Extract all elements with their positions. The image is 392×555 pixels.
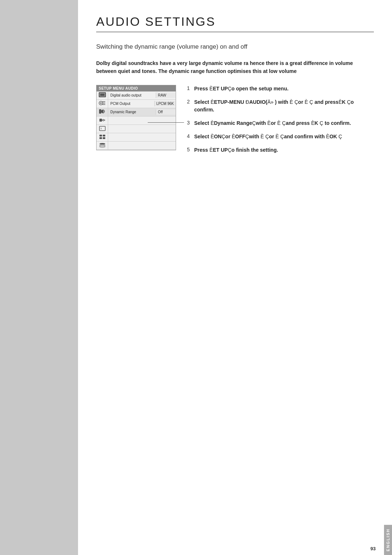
page-number: 93 bbox=[371, 546, 376, 551]
menu-icon-cell-subtitle: 1 bbox=[97, 125, 108, 133]
step-number-1: 1 bbox=[187, 85, 194, 91]
svg-point-19 bbox=[99, 143, 105, 144]
menu-row-settings bbox=[97, 117, 176, 125]
svg-marker-9 bbox=[101, 109, 103, 114]
menu-row-pcm: PCM Output LPCM 96K bbox=[97, 100, 176, 108]
menu-panel-header: SETUP MENU AUDIO bbox=[97, 85, 176, 91]
menu-row-digital-audio: Digital audio output RAW bbox=[97, 91, 176, 100]
speaker-icon bbox=[99, 109, 106, 115]
svg-rect-8 bbox=[99, 109, 101, 114]
step-text-2: Select ÈETUP-MENU ÐAUDIO(Ä» ) with È Çor… bbox=[194, 98, 374, 114]
step-text-4: Select ÈONÇor ÈOFFÇwith È Çor È Çand con… bbox=[194, 133, 374, 140]
menu-label-dynamic-range: Dynamic Range bbox=[108, 109, 156, 115]
menu-row-grid bbox=[97, 133, 176, 142]
disc-icon bbox=[99, 92, 106, 98]
menu-row-stack bbox=[97, 142, 176, 150]
menu-icon-cell-dynamic bbox=[97, 108, 108, 116]
svg-rect-16 bbox=[103, 135, 105, 136]
svg-point-20 bbox=[99, 144, 105, 146]
step-text-1: Press ÈET UPÇo open the setup menu. bbox=[194, 85, 374, 93]
setup-menu-panel: SETUP MENU AUDIO Digital audio output RA… bbox=[96, 85, 176, 150]
menu-label-digital-audio: Digital audio output bbox=[108, 93, 156, 98]
step-4: 4 Select ÈONÇor ÈOFFÇwith È Çor È Çand c… bbox=[187, 133, 374, 140]
subtitle-icon: 1 bbox=[99, 126, 106, 132]
menu-icon-cell-stack bbox=[97, 142, 108, 150]
main-content: AUDIO SETTINGS Switching the dynamic ran… bbox=[78, 0, 392, 555]
left-sidebar bbox=[0, 0, 78, 555]
subtitle: Switching the dynamic range (volume rang… bbox=[96, 42, 374, 51]
menu-icon-cell-digital bbox=[97, 91, 108, 99]
divider-line bbox=[148, 122, 184, 123]
step-text-3: Select ÈDynamic RangeÇwith Èor È Çand pr… bbox=[194, 119, 374, 127]
menu-label-pcm: PCM Output bbox=[108, 101, 154, 106]
step-number-5: 5 bbox=[187, 146, 194, 152]
svg-point-12 bbox=[103, 119, 104, 121]
menu-row-subtitle: 1 bbox=[97, 125, 176, 133]
step-number-2: 2 bbox=[187, 98, 194, 105]
menu-value-dynamic-range: Off bbox=[156, 109, 176, 115]
grid-icon bbox=[99, 134, 106, 140]
step-text-5: Press ÈET UPÇo finish the setting. bbox=[194, 146, 374, 154]
svg-rect-10 bbox=[99, 119, 102, 122]
step-number-4: 4 bbox=[187, 133, 194, 139]
svg-rect-2 bbox=[100, 94, 105, 96]
menu-value-digital-audio: RAW bbox=[156, 93, 176, 98]
menu-row-dynamic-range: Dynamic Range Off bbox=[97, 108, 176, 117]
step-2: 2 Select ÈETUP-MENU ÐAUDIO(Ä» ) with È Ç… bbox=[187, 98, 374, 114]
page-title: AUDIO SETTINGS bbox=[96, 15, 374, 32]
content-area: SETUP MENU AUDIO Digital audio output RA… bbox=[96, 85, 374, 160]
svg-rect-17 bbox=[99, 137, 102, 139]
menu-icon-cell-settings bbox=[97, 117, 108, 125]
svg-point-21 bbox=[99, 146, 105, 147]
settings-icon bbox=[99, 118, 106, 123]
step-1: 1 Press ÈET UPÇo open the setup menu. bbox=[187, 85, 374, 93]
step-3: 3 Select ÈDynamic RangeÇwith Èor È Çand … bbox=[187, 119, 374, 127]
step-5: 5 Press ÈET UPÇo finish the setting. bbox=[187, 146, 374, 154]
steps-area: 1 Press ÈET UPÇo open the setup menu. 2 … bbox=[176, 85, 374, 160]
menu-icon-cell-pcm bbox=[97, 100, 108, 108]
audio-icon bbox=[99, 101, 106, 107]
intro-text: Dolby digital soundtracks have a very la… bbox=[96, 59, 374, 76]
stack-icon bbox=[99, 143, 106, 148]
svg-rect-15 bbox=[99, 135, 102, 136]
menu-icon-cell-grid bbox=[97, 133, 108, 141]
menu-value-pcm: LPCM 96K bbox=[154, 101, 176, 106]
svg-point-4 bbox=[100, 102, 102, 104]
language-label: ENGLISH bbox=[384, 525, 392, 555]
svg-rect-18 bbox=[103, 137, 105, 139]
step-number-3: 3 bbox=[187, 119, 194, 126]
svg-text:1: 1 bbox=[101, 127, 102, 130]
